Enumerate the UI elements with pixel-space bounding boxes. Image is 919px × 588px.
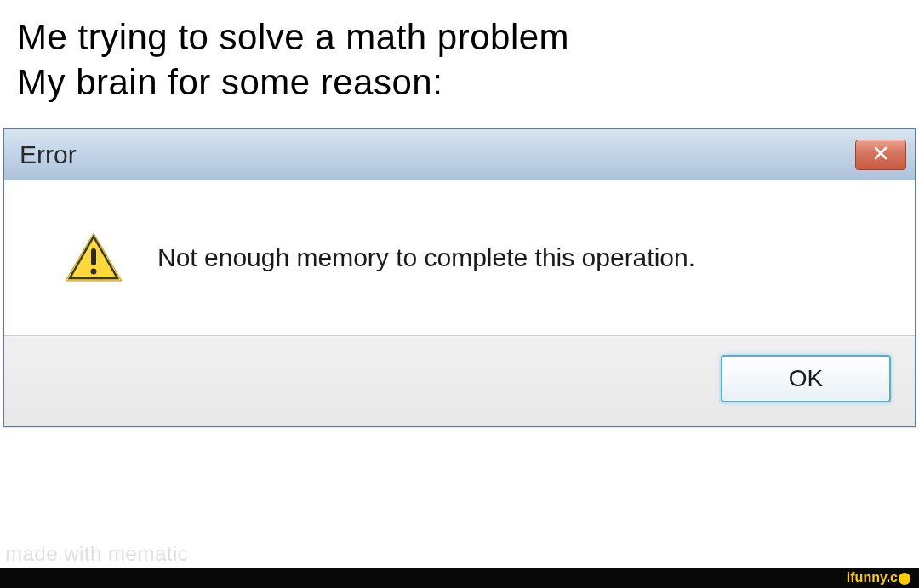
close-button[interactable] (855, 140, 906, 170)
svg-rect-0 (91, 248, 96, 265)
ifunny-logo: ifunny.c (847, 570, 910, 585)
ifunny-footer: ifunny.c (0, 568, 919, 588)
dialog-footer: OK (4, 335, 915, 426)
dialog-title: Error (20, 140, 77, 169)
dialog-body: Not enough memory to complete this opera… (4, 180, 915, 335)
ok-button[interactable]: OK (721, 355, 891, 402)
warning-icon (64, 231, 123, 284)
caption-line-2: My brain for some reason: (17, 60, 902, 106)
meme-caption: Me trying to solve a math problem My bra… (0, 0, 919, 128)
dialog-titlebar: Error (4, 129, 915, 180)
svg-point-1 (91, 269, 97, 275)
error-dialog: Error Not enough memory to complete (3, 128, 916, 427)
mematic-watermark: made with mematic (5, 542, 188, 566)
caption-line-1: Me trying to solve a math problem (17, 15, 902, 60)
close-icon (872, 145, 889, 165)
error-message: Not enough memory to complete this opera… (157, 243, 695, 272)
